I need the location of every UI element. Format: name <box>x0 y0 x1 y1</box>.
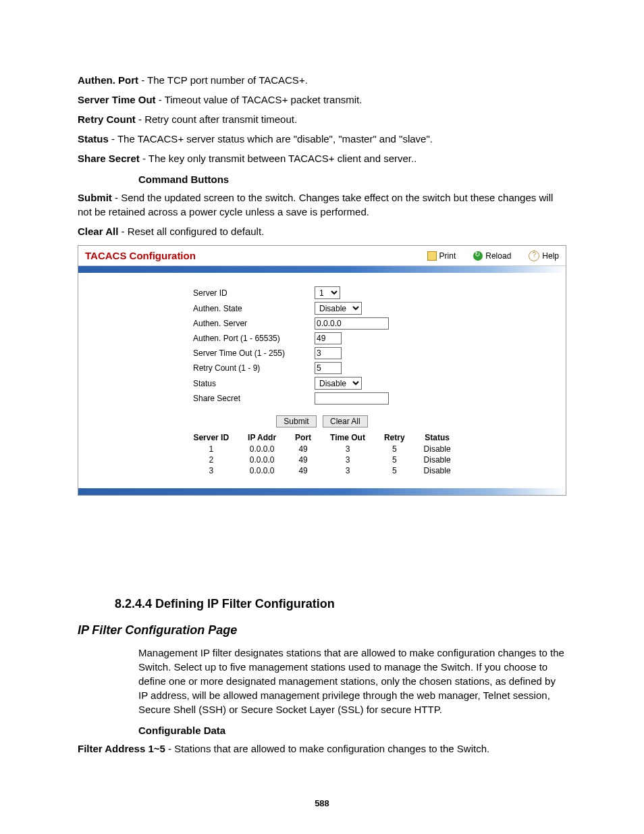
th-port: Port <box>286 432 321 444</box>
table-cell: 3 <box>321 444 375 454</box>
divider-bar-top <box>78 266 566 273</box>
th-server-id: Server ID <box>184 432 238 444</box>
share-secret-label: Share Secret <box>78 394 315 403</box>
def-submit: Submit - Send the updated screen to the … <box>78 190 566 219</box>
th-retry: Retry <box>375 432 414 444</box>
command-buttons-heading: Command Buttons <box>138 174 566 185</box>
server-id-label: Server ID <box>78 288 315 298</box>
divider-bar-bottom <box>78 488 566 495</box>
table-cell: 49 <box>286 465 321 476</box>
panel-title: TACACS Configuration <box>85 250 427 261</box>
th-time-out: Time Out <box>321 432 375 444</box>
section-paragraph: Management IP filter designates stations… <box>138 646 566 716</box>
print-button[interactable]: Print <box>427 251 456 261</box>
def-clear-all: Clear All - Reset all configured to defa… <box>78 224 566 238</box>
table-cell: 5 <box>375 444 414 454</box>
table-cell: Disable <box>414 454 460 465</box>
table-row: 30.0.0.04935Disable <box>184 465 460 476</box>
authen-port-input[interactable] <box>315 332 342 344</box>
def-status: Status - The TACACS+ server status which… <box>78 132 566 146</box>
def-server-timeout: Server Time Out - Timeout value of TACAC… <box>78 93 566 107</box>
th-status: Status <box>414 432 460 444</box>
panel-header: TACACS Configuration Print Reload ? Help <box>78 246 566 266</box>
table-cell: 3 <box>184 465 238 476</box>
clear-all-button[interactable]: Clear All <box>323 415 368 427</box>
def-retry-count: Retry Count - Retry count after transmit… <box>78 112 566 126</box>
tacacs-config-panel: TACACS Configuration Print Reload ? Help <box>78 245 566 496</box>
section-number-title: 8.2.4.4 Defining IP Filter Configuration <box>115 597 566 611</box>
table-cell: 0.0.0.0 <box>238 444 286 454</box>
submit-button[interactable]: Submit <box>276 415 316 427</box>
table-cell: 0.0.0.0 <box>238 454 286 465</box>
table-cell: 5 <box>375 454 414 465</box>
table-cell: 0.0.0.0 <box>238 465 286 476</box>
table-cell: 3 <box>321 465 375 476</box>
status-select[interactable]: Disable <box>315 377 362 390</box>
configurable-data-heading: Configurable Data <box>138 725 566 736</box>
authen-server-input[interactable] <box>315 317 389 330</box>
retry-count-input[interactable] <box>315 362 342 374</box>
table-row: 10.0.0.04935Disable <box>184 444 460 454</box>
table-cell: 2 <box>184 454 238 465</box>
status-field-label: Status <box>78 379 315 388</box>
page-number: 588 <box>0 798 644 808</box>
server-id-select[interactable]: 1 <box>315 286 340 299</box>
table-cell: 3 <box>321 454 375 465</box>
form-area: Server ID 1 Authen. State Disable Authen… <box>78 273 566 483</box>
help-button[interactable]: ? Help <box>529 251 559 261</box>
help-label: Help <box>542 251 559 261</box>
authen-server-label: Authen. Server <box>78 319 315 328</box>
table-cell: 49 <box>286 454 321 465</box>
print-icon <box>427 251 437 261</box>
th-ip-addr: IP Addr <box>238 432 286 444</box>
table-cell: Disable <box>414 465 460 476</box>
reload-label: Reload <box>485 251 511 261</box>
reload-icon <box>473 251 483 261</box>
table-cell: 49 <box>286 444 321 454</box>
def-share-secret: Share Secret - The key only transmit bet… <box>78 151 566 165</box>
def-filter-address: Filter Address 1~5 - Stations that are a… <box>78 741 566 756</box>
server-timeout-input[interactable] <box>315 347 342 359</box>
authen-state-select[interactable]: Disable <box>315 302 362 315</box>
table-row: 20.0.0.04935Disable <box>184 454 460 465</box>
server-table: Server ID IP Addr Port Time Out Retry St… <box>184 432 460 476</box>
help-icon: ? <box>529 251 539 261</box>
table-header-row: Server ID IP Addr Port Time Out Retry St… <box>184 432 460 444</box>
print-label: Print <box>439 251 456 261</box>
table-cell: Disable <box>414 444 460 454</box>
retry-count-label: Retry Count (1 - 9) <box>78 363 315 373</box>
share-secret-input[interactable] <box>315 392 389 405</box>
authen-state-label: Authen. State <box>78 304 315 313</box>
section-subtitle: IP Filter Configuration Page <box>78 623 566 637</box>
table-cell: 1 <box>184 444 238 454</box>
server-timeout-label: Server Time Out (1 - 255) <box>78 348 315 358</box>
reload-button[interactable]: Reload <box>473 251 511 261</box>
def-authen-port: Authen. Port - The TCP port number of TA… <box>78 73 566 87</box>
table-cell: 5 <box>375 465 414 476</box>
authen-port-label: Authen. Port (1 - 65535) <box>78 334 315 343</box>
